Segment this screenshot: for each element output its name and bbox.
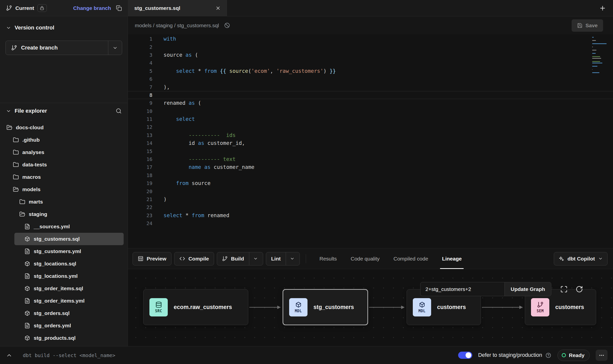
tree-item-stg-locations-yml[interactable]: stg_locations.yml: [0, 270, 128, 282]
change-branch-link[interactable]: Change branch: [73, 5, 111, 11]
refresh-icon[interactable]: [576, 286, 583, 293]
line-number: 7: [128, 84, 152, 90]
copilot-icon: [558, 256, 564, 261]
tree-item-label: stg_customers.yml: [34, 248, 81, 254]
button-split-divider: [249, 252, 250, 265]
code-line-4[interactable]: 4: [128, 59, 613, 67]
tree-item-docs-cloud[interactable]: docs-cloud: [0, 121, 128, 134]
statusbar-right: Defer to staging/production Ready: [458, 350, 608, 361]
overflow-menu-button[interactable]: [596, 350, 608, 361]
panel-tab-results[interactable]: Results: [319, 248, 337, 269]
tree-item-stg-orders-sql[interactable]: stg_orders.sql: [0, 307, 128, 319]
folder-open-icon: [19, 211, 25, 217]
update-graph-button[interactable]: Update Graph: [504, 282, 551, 296]
code-line-12[interactable]: 12: [128, 123, 613, 131]
tree-item-label: analyses: [22, 149, 44, 155]
chevron-up-icon[interactable]: [6, 352, 12, 359]
panel-tab-lineage[interactable]: Lineage: [442, 248, 462, 269]
main: Version control Create branch File explo…: [0, 16, 613, 346]
code-line-2[interactable]: 2: [128, 43, 613, 51]
branch-icon: [537, 301, 544, 308]
code-line-10[interactable]: 10: [128, 107, 613, 115]
code-line-3[interactable]: 3source as (: [128, 51, 613, 59]
code-line-18[interactable]: 18: [128, 171, 613, 179]
panel-tab-code-quality[interactable]: Code quality: [351, 248, 380, 269]
create-branch-button[interactable]: Create branch: [5, 41, 122, 55]
tree-item--github[interactable]: .github: [0, 134, 128, 146]
slash-circle-icon[interactable]: [224, 22, 230, 28]
command-input[interactable]: dbt build --select <model_name>: [23, 352, 115, 358]
node-badge-src: SRC: [149, 298, 168, 316]
tree-item-models[interactable]: models: [0, 183, 128, 196]
code-line-5[interactable]: 5 select * from {{ source('ecom', 'raw_c…: [128, 67, 613, 75]
lineage-selector-input[interactable]: [420, 282, 504, 296]
tree-item-stg-locations-sql[interactable]: stg_locations.sql: [0, 258, 128, 270]
tree-item-stg-orders-yml[interactable]: stg_orders.yml: [0, 319, 128, 332]
copilot-label: dbt Copilot: [567, 256, 595, 262]
minimap[interactable]: [592, 37, 609, 75]
tree-item--sources-yml[interactable]: __sources.yml: [0, 220, 128, 233]
tree-item-marts[interactable]: marts: [0, 196, 128, 208]
code-line-22[interactable]: 22: [128, 203, 613, 211]
node-label: ecom.raw_customers: [174, 304, 232, 311]
code-line-21[interactable]: 21): [128, 195, 613, 203]
help-icon[interactable]: [546, 353, 551, 358]
tab-stg-customers-sql[interactable]: stg_customers.sql: [128, 0, 227, 16]
code-line-17[interactable]: 17 name as customer_name: [128, 163, 613, 171]
create-branch-dropdown[interactable]: [108, 41, 122, 55]
code-line-14[interactable]: 14 id as customer_id,: [128, 139, 613, 147]
ready-status-button[interactable]: Ready: [557, 350, 590, 361]
code-line-7[interactable]: 7),: [128, 83, 613, 91]
branch-icon: [222, 256, 228, 261]
lineage-node-ecom-raw-customers-0[interactable]: SRCecom.raw_customers: [143, 289, 248, 325]
code-line-15[interactable]: 15: [128, 147, 613, 155]
tree-item-label: .github: [22, 137, 40, 143]
tree-item-label: stg_locations.sql: [34, 261, 76, 267]
line-number: 18: [128, 172, 152, 178]
tree-item-stg-products-sql[interactable]: stg_products.sql: [0, 332, 128, 344]
git-branch-icon: [6, 5, 12, 11]
tree-item-macros[interactable]: macros: [0, 171, 128, 183]
line-number: 9: [128, 100, 152, 106]
preview-button[interactable]: Preview: [133, 252, 171, 265]
code-line-9[interactable]: 9renamed as (: [128, 99, 613, 107]
tree-item-stg-customers-sql[interactable]: stg_customers.sql: [14, 233, 124, 245]
node-label: customers: [437, 304, 466, 311]
defer-toggle[interactable]: [458, 352, 472, 359]
code-line-13[interactable]: 13 ---------- ids: [128, 131, 613, 139]
close-tab-icon[interactable]: [215, 5, 221, 11]
code-line-16[interactable]: 16 ---------- text: [128, 155, 613, 163]
tree-item-label: stg_products.sql: [34, 335, 76, 341]
compile-button[interactable]: Compile: [174, 252, 214, 265]
code-line-11[interactable]: 11 select: [128, 115, 613, 123]
code-line-8[interactable]: 8: [128, 91, 613, 99]
lineage-node-stg-customers-1[interactable]: MDLstg_customers: [283, 289, 368, 325]
tree-item-staging[interactable]: staging: [0, 208, 128, 220]
file-explorer-title: File explorer: [15, 108, 47, 114]
fullscreen-icon[interactable]: [560, 286, 568, 293]
dbt-copilot-button[interactable]: dbt Copilot: [554, 252, 608, 265]
panel-tab-compiled-code[interactable]: Compiled code: [393, 248, 428, 269]
save-button[interactable]: Save: [572, 19, 603, 32]
lineage-canvas[interactable]: SRCecom.raw_customersMDLstg_customersMDL…: [128, 269, 613, 346]
tree-item-stg-customers-yml[interactable]: stg_customers.yml: [0, 245, 128, 258]
copy-icon[interactable]: [116, 5, 122, 11]
build-button[interactable]: Build: [217, 252, 263, 265]
version-control-header[interactable]: Version control: [0, 21, 128, 35]
code-line-6[interactable]: 6: [128, 75, 613, 83]
search-icon[interactable]: [116, 108, 122, 114]
tree-item-stg-order-items-sql[interactable]: stg_order_items.sql: [0, 282, 128, 295]
tree-item-data-tests[interactable]: data-tests: [0, 158, 128, 171]
code-line-1[interactable]: 1with: [128, 35, 613, 43]
line-number: 23: [128, 212, 152, 218]
tree-item-analyses[interactable]: analyses: [0, 146, 128, 158]
code-line-19[interactable]: 19 from source: [128, 179, 613, 187]
new-tab-icon[interactable]: [599, 5, 606, 12]
code-line-20[interactable]: 20: [128, 187, 613, 195]
file-explorer-header[interactable]: File explorer: [0, 104, 128, 118]
code-line-23[interactable]: 23select * from renamed: [128, 211, 613, 219]
code-editor[interactable]: 1with23source as (45 select * from {{ so…: [128, 34, 613, 248]
code-line-24[interactable]: 24: [128, 219, 613, 227]
lint-button[interactable]: Lint: [266, 252, 300, 265]
tree-item-stg-order-items-yml[interactable]: stg_order_items.yml: [0, 295, 128, 307]
